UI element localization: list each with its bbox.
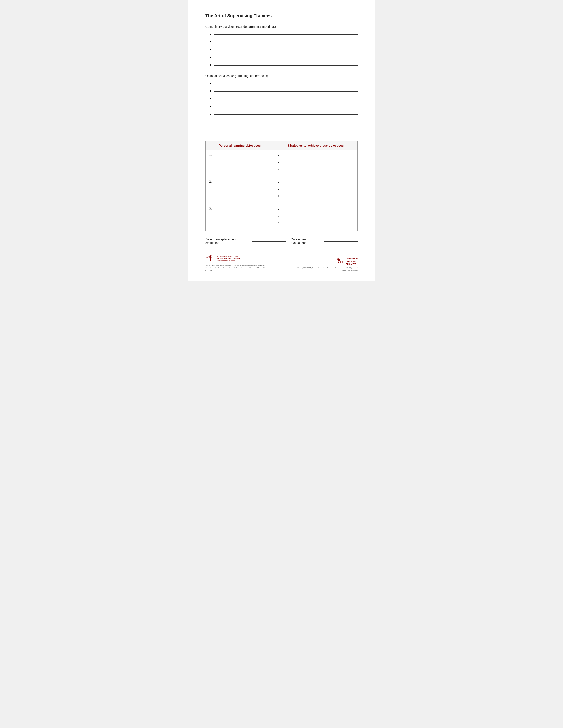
main-content: The Art of Supervising Trainees Compulso… [205,13,358,249]
line [214,42,358,42]
footer-left-line2: DE FORMATION EN SANTÉ [217,258,240,260]
strategy-bullet [277,207,354,212]
table-row: 3. [205,204,358,231]
strategy-bullet [277,221,354,225]
svg-point-1 [206,257,208,258]
strategy-bullets-1 [277,152,354,175]
list-item [210,104,358,109]
table-row: 1. [205,150,358,177]
footer-right-logo-row: FORMATION CONTINUE EN SANTÉ [335,257,358,266]
line [214,99,358,99]
svg-rect-2 [339,262,339,263]
strategy-bullet [277,167,354,172]
footer: CONSORTIUM NATIONAL DE FORMATION EN SANT… [205,249,358,272]
row-number-2: 2. [205,177,274,204]
row-strategies-1 [274,150,358,177]
row-number-3: 3. [205,204,274,231]
strategy-bullet [277,214,354,219]
strategy-bullet [277,153,354,158]
footer-left: CONSORTIUM NATIONAL DE FORMATION EN SANT… [205,253,271,272]
list-item [210,81,358,86]
list-item [210,47,358,52]
footer-left-logo-text: CONSORTIUM NATIONAL DE FORMATION EN SANT… [217,255,240,262]
line [214,114,358,115]
strategy-bullet [277,187,354,192]
compulsory-label: Compulsory activities: (e.g. departmenta… [205,25,358,28]
footer-right-line2: CONTINUE [346,260,358,263]
table-row: 2. [205,177,358,204]
list-item [210,97,358,101]
mid-placement-label: Date of mid-placement evaluation: [205,238,250,245]
mid-placement-underline [252,241,287,242]
footer-right-line3: EN SANTÉ [346,263,358,266]
row-strategies-3 [274,204,358,231]
optional-list [205,81,358,117]
line [214,34,358,35]
list-item [210,32,358,37]
footer-copyright: Copyright © 2021, Consortium national de… [297,267,358,272]
table-section: Personal learning objectives Strategies … [205,141,358,231]
footer-right: FORMATION CONTINUE EN SANTÉ Copyright © … [297,257,358,272]
list-item [210,55,358,60]
line [214,65,358,66]
spacer [205,123,358,137]
list-item [210,112,358,117]
line [214,91,358,92]
col2-header: Strategies to achieve these objectives [274,141,358,150]
footer-right-logo-text: FORMATION CONTINUE EN SANTÉ [346,257,358,266]
compulsory-list [205,32,358,68]
consortium-logo-icon [205,253,215,263]
col1-header: Personal learning objectives [205,141,274,150]
footer-left-line3: Volet Université d'Ottawa [217,260,240,261]
strategy-bullets-2 [277,179,354,202]
final-evaluation-underline [324,241,358,242]
list-item [210,40,358,44]
optional-label: Optional activities: (e.g. training, con… [205,74,358,78]
objectives-table: Personal learning objectives Strategies … [205,141,358,231]
row-number-1: 1. [205,150,274,177]
svg-rect-0 [210,259,211,261]
strategy-bullet [277,194,354,199]
formation-continue-logo-icon [335,257,344,266]
final-evaluation-field: Date of final evaluation: [291,238,358,245]
page-container: The Art of Supervising Trainees Compulso… [188,0,375,281]
footer-disclaimer: This initiative was made possible throug… [205,264,271,272]
strategy-bullets-3 [277,206,354,229]
strategy-bullet [277,160,354,165]
list-item [210,89,358,94]
footer-left-logo-row: CONSORTIUM NATIONAL DE FORMATION EN SANT… [205,253,271,263]
strategy-bullet [277,180,354,185]
page-title: The Art of Supervising Trainees [205,13,358,18]
final-evaluation-label: Date of final evaluation: [291,238,322,245]
line [214,107,358,107]
footer-left-line1: CONSORTIUM NATIONAL [217,255,240,258]
date-section: Date of mid-placement evaluation: Date o… [205,238,358,245]
list-item [210,63,358,68]
footer-right-line1: FORMATION [346,257,358,260]
mid-placement-field: Date of mid-placement evaluation: [205,238,287,245]
row-strategies-2 [274,177,358,204]
